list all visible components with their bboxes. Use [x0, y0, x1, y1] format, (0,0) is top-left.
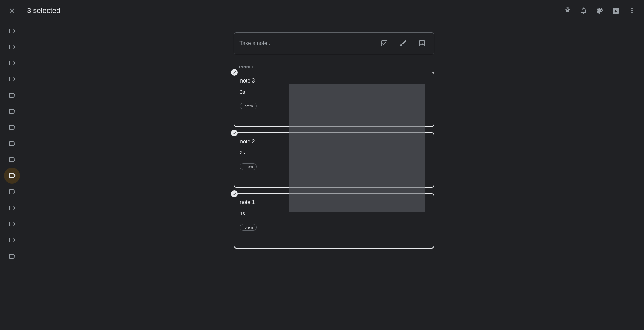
sidebar-label-item[interactable] — [4, 103, 20, 119]
sidebar — [0, 21, 24, 330]
image-icon — [418, 39, 426, 47]
note-label-chip[interactable]: lorem — [240, 163, 257, 170]
label-icon — [8, 204, 16, 212]
new-drawing-button[interactable] — [396, 37, 410, 50]
pinned-section-label: PINNED — [234, 65, 434, 69]
sidebar-label-item[interactable] — [4, 200, 20, 216]
more-vert-icon — [628, 7, 636, 15]
label-icon — [8, 188, 16, 196]
label-icon — [8, 172, 16, 180]
note-select-check[interactable] — [231, 190, 238, 197]
sidebar-label-item[interactable] — [4, 39, 20, 55]
label-icon — [8, 27, 16, 35]
note-select-check[interactable] — [231, 130, 238, 136]
archive-button[interactable] — [609, 4, 623, 17]
color-button[interactable] — [593, 4, 606, 17]
sidebar-label-item[interactable] — [4, 119, 20, 135]
pin-icon — [564, 7, 572, 15]
check-icon — [232, 70, 237, 75]
label-icon — [8, 220, 16, 228]
label-icon — [8, 107, 16, 115]
note-card[interactable]: note 3 3s lorem — [234, 72, 434, 127]
close-icon — [8, 7, 16, 15]
label-icon — [8, 91, 16, 99]
label-icon — [8, 236, 16, 244]
note-body: 1s — [240, 211, 428, 216]
compose-actions — [378, 37, 429, 50]
check-icon — [232, 131, 237, 135]
sidebar-label-item[interactable] — [4, 71, 20, 87]
label-icon — [8, 59, 16, 67]
new-list-button[interactable] — [378, 37, 391, 50]
label-icon — [8, 75, 16, 83]
bell-icon — [580, 7, 588, 15]
label-icon — [8, 156, 16, 164]
pin-button[interactable] — [561, 4, 574, 17]
sidebar-label-item[interactable] — [4, 87, 20, 103]
sidebar-label-item-active[interactable] — [4, 168, 20, 184]
label-icon — [8, 252, 16, 260]
more-button[interactable] — [625, 4, 639, 17]
note-title: note 2 — [240, 139, 428, 145]
sidebar-label-item[interactable] — [4, 216, 20, 232]
sidebar-label-item[interactable] — [4, 55, 20, 71]
toolbar-actions — [561, 4, 639, 17]
take-note-input[interactable]: Take a note... — [234, 32, 434, 54]
sidebar-label-item[interactable] — [4, 232, 20, 248]
note-card[interactable]: note 1 1s lorem — [234, 193, 434, 249]
label-icon — [8, 140, 16, 148]
sidebar-label-item[interactable] — [4, 23, 20, 39]
note-title: note 3 — [240, 78, 428, 84]
note-label-chip[interactable]: lorem — [240, 224, 257, 231]
sidebar-label-item[interactable] — [4, 184, 20, 200]
new-image-button[interactable] — [415, 37, 429, 50]
close-selection-button[interactable] — [5, 4, 19, 17]
note-select-check[interactable] — [231, 69, 238, 76]
note-title: note 1 — [240, 199, 428, 205]
archive-icon — [612, 7, 620, 15]
palette-icon — [596, 7, 604, 15]
take-note-placeholder: Take a note... — [239, 40, 378, 46]
checkbox-icon — [380, 39, 388, 47]
selection-toolbar: 3 selected — [0, 0, 644, 21]
reminder-button[interactable] — [577, 4, 590, 17]
main-content: Take a note... PINNED note 3 3s lorem no… — [24, 21, 644, 330]
sidebar-label-item[interactable] — [4, 152, 20, 168]
note-body: 3s — [240, 89, 428, 95]
check-icon — [232, 191, 237, 196]
sidebar-label-item[interactable] — [4, 248, 20, 264]
note-body: 2s — [240, 150, 428, 155]
label-icon — [8, 123, 16, 131]
brush-icon — [399, 39, 407, 47]
label-icon — [8, 43, 16, 51]
sidebar-label-item[interactable] — [4, 135, 20, 152]
note-label-chip[interactable]: lorem — [240, 103, 257, 109]
selection-count-text: 3 selected — [27, 6, 561, 15]
note-card[interactable]: note 2 2s lorem — [234, 132, 434, 188]
